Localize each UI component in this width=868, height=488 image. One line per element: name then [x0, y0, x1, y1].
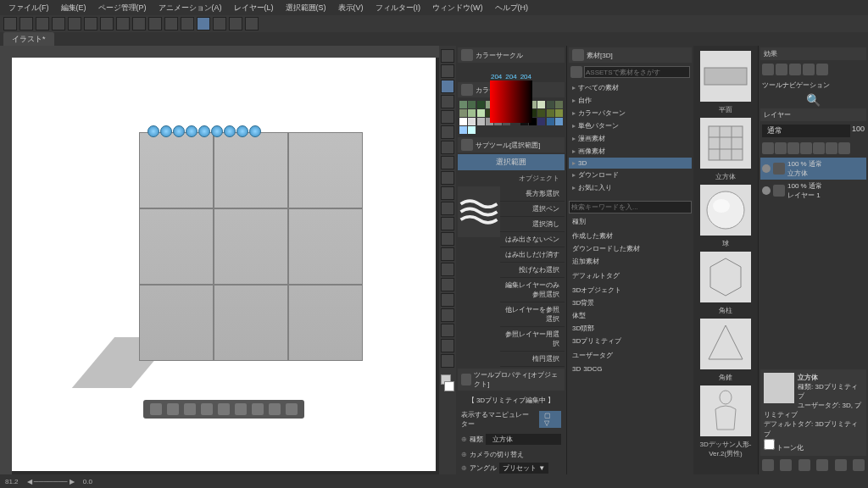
- document-tab[interactable]: イラスト*: [3, 32, 54, 47]
- color-circle-head[interactable]: カラーサークル: [458, 47, 565, 63]
- deftag-item[interactable]: 3D背景: [569, 297, 692, 309]
- tree-item[interactable]: ▸ 漫画素材: [569, 132, 692, 145]
- swatch[interactable]: [468, 109, 476, 117]
- sel-tool-item[interactable]: 参照レイヤー用選択: [500, 327, 565, 352]
- status-zoom[interactable]: 81.2: [5, 478, 19, 485]
- layers-head[interactable]: レイヤー: [760, 108, 866, 121]
- ft3[interactable]: [798, 459, 810, 471]
- menu-edit[interactable]: 編集(E): [56, 1, 92, 15]
- tp-item[interactable]: ⊕カメラの切り替え: [458, 448, 565, 461]
- menu-file[interactable]: ファイル(F): [3, 1, 54, 15]
- tp-item[interactable]: ⊕アングル プリセット ▼: [458, 461, 565, 474]
- tree-item[interactable]: ▸ 画像素材: [569, 145, 692, 158]
- swatch[interactable]: [468, 118, 476, 125]
- color-square[interactable]: [490, 80, 532, 123]
- tree-item[interactable]: ▸ すべての素材: [569, 81, 692, 94]
- tb-save[interactable]: [36, 17, 49, 30]
- tool-brush[interactable]: [441, 186, 454, 200]
- manip-move-icon[interactable]: [147, 125, 159, 137]
- fx1-icon[interactable]: [762, 64, 774, 75]
- tool-operate[interactable]: [441, 80, 454, 93]
- sel-tool-item[interactable]: 投げなわ選択: [500, 263, 565, 278]
- menu-view[interactable]: 表示(V): [333, 1, 369, 15]
- tool-eyedrop[interactable]: [441, 141, 454, 154]
- asset-thumb[interactable]: [700, 252, 751, 302]
- bt-prev-icon[interactable]: [150, 403, 162, 415]
- tb-flip[interactable]: [181, 17, 194, 30]
- lyr-btn3[interactable]: [787, 142, 799, 154]
- sel-tool-item[interactable]: 選択消し: [500, 217, 565, 232]
- lyr-btn4[interactable]: [800, 142, 812, 154]
- tb-rotate[interactable]: [164, 17, 178, 30]
- toolprop-head[interactable]: ツールプロパティ[オブジェクト]: [458, 369, 565, 391]
- deftag-item[interactable]: 3Dプリミティブ: [569, 335, 692, 347]
- tag-item[interactable]: 追加素材: [569, 255, 692, 268]
- bt-close-icon[interactable]: [286, 403, 298, 415]
- sel-tool-item[interactable]: 編集レイヤーのみ参照選択: [500, 278, 565, 302]
- swatch[interactable]: [555, 118, 563, 125]
- swatch[interactable]: [547, 101, 554, 108]
- ft2[interactable]: [780, 459, 792, 471]
- usertag-3d[interactable]: 3D: [572, 365, 581, 373]
- asset-search[interactable]: [584, 66, 690, 78]
- tool-pencil[interactable]: [441, 171, 454, 185]
- sel-tool-item[interactable]: はみ出さないペン: [500, 232, 565, 247]
- swatch[interactable]: [555, 109, 563, 117]
- tool-move[interactable]: [441, 64, 454, 78]
- cube-primitive[interactable]: [139, 132, 363, 361]
- tb-snap[interactable]: [197, 17, 210, 30]
- bt-invert-icon[interactable]: [201, 403, 213, 415]
- manip-reset-icon[interactable]: [236, 125, 248, 137]
- eye-icon[interactable]: [762, 186, 771, 195]
- subtool-head[interactable]: サブツール[選択範囲]: [458, 137, 565, 152]
- tree-item[interactable]: ▸ カラーパターン: [569, 107, 692, 119]
- swatch[interactable]: [547, 109, 554, 117]
- swatch[interactable]: [555, 101, 563, 108]
- manip-orbit-icon[interactable]: [224, 125, 236, 137]
- bt-mask-icon[interactable]: [269, 403, 281, 415]
- swatch[interactable]: [547, 118, 554, 125]
- tb-open[interactable]: [19, 17, 33, 30]
- menu-select[interactable]: 選択範囲(S): [281, 1, 331, 15]
- tool-wand[interactable]: [441, 125, 454, 139]
- bt-next-icon[interactable]: [167, 403, 179, 415]
- tb-redo[interactable]: [68, 17, 81, 30]
- tb-new[interactable]: [3, 17, 17, 30]
- tool-gradient[interactable]: [441, 278, 454, 291]
- sel-tool-item[interactable]: 楕円選択: [500, 352, 565, 367]
- ft4[interactable]: [816, 459, 828, 471]
- tag-item[interactable]: ダウンロードした素材: [569, 242, 692, 255]
- swatch[interactable]: [477, 118, 485, 125]
- menu-window[interactable]: ウィンドウ(W): [427, 1, 488, 15]
- manip-camera-icon[interactable]: [186, 125, 198, 137]
- menu-layer[interactable]: レイヤー(L): [229, 1, 279, 15]
- tb-ruler[interactable]: [229, 17, 242, 30]
- asset-thumb[interactable]: [700, 118, 751, 169]
- effect-head[interactable]: 効果: [760, 47, 866, 60]
- manip-zoom-icon[interactable]: [211, 125, 223, 137]
- sel-tool-item[interactable]: 選択ペン: [500, 202, 565, 217]
- tree-item[interactable]: ▸ お気に入り: [569, 181, 692, 194]
- tool-ruler[interactable]: [441, 339, 454, 352]
- layer-row[interactable]: 100 % 通常レイヤー 1: [760, 180, 866, 202]
- manip-light-icon[interactable]: [249, 125, 261, 137]
- tag-item[interactable]: 作成した素材: [569, 230, 692, 242]
- swatch[interactable]: [468, 101, 476, 108]
- lyr-btn2[interactable]: [775, 142, 787, 154]
- tool-layermove[interactable]: [441, 95, 454, 108]
- fx2-icon[interactable]: [776, 64, 787, 75]
- tree-item[interactable]: ▸ 単色パターン: [569, 119, 692, 132]
- ft1[interactable]: [762, 459, 774, 471]
- swatch[interactable]: [477, 109, 485, 117]
- info-tone-check[interactable]: [764, 439, 775, 450]
- swatch[interactable]: [459, 109, 467, 117]
- lyr-btn6[interactable]: [826, 142, 837, 154]
- sel-tool-item[interactable]: 他レイヤーを参照選択: [500, 302, 565, 327]
- bt-deselect-icon[interactable]: [184, 403, 196, 415]
- asset-thumb[interactable]: [700, 385, 751, 436]
- tb-cut[interactable]: [84, 17, 97, 30]
- layer-row[interactable]: 100 % 通常立方体: [760, 158, 866, 180]
- swatch[interactable]: [459, 101, 467, 108]
- bt-fill-icon[interactable]: [252, 403, 264, 415]
- tb-grid[interactable]: [213, 17, 226, 30]
